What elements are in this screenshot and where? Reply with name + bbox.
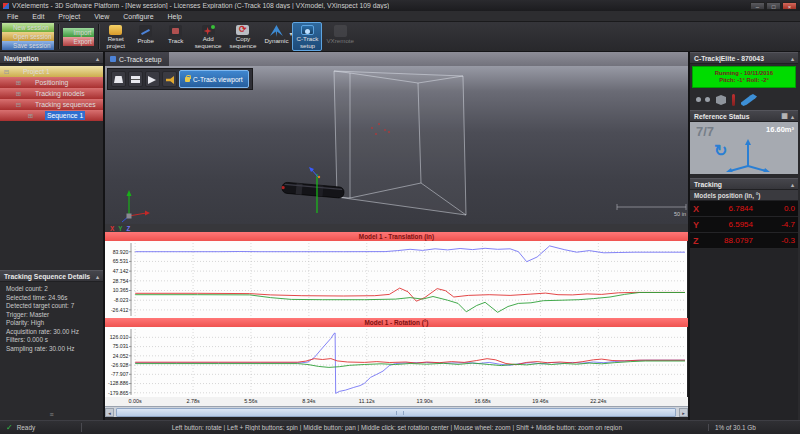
menu-item[interactable]: Edit <box>25 13 51 20</box>
reference-status-title: Reference Status <box>694 113 750 120</box>
io-button[interactable]: Export <box>63 37 94 46</box>
expander-icon[interactable]: ⊞ <box>27 112 34 120</box>
tree-item-label: Tracking sequences <box>33 100 98 109</box>
sequence-details-list: Model count: 2Selected time: 24.96sDetec… <box>0 282 103 353</box>
session-button[interactable]: Save session <box>2 41 54 50</box>
toolbar-button-label: VXremote <box>326 38 354 45</box>
toolbar-button-label: C-Track setup <box>297 36 319 49</box>
maximize-button[interactable]: □ <box>766 2 781 10</box>
toolbar-button-icon <box>236 25 249 35</box>
navigation-panel: Navigation ▴ ⊟ Project 1 ⊞ Positionin <box>0 52 105 420</box>
viewport-tab-bar: C-Track setup <box>105 52 688 66</box>
collapse-icon[interactable]: ▴ <box>791 113 794 120</box>
expander-icon[interactable]: ⊟ <box>3 68 10 76</box>
menu-item[interactable]: File <box>0 13 25 20</box>
session-button[interactable]: Open session <box>2 32 54 41</box>
menu-item[interactable]: View <box>87 13 116 20</box>
show-laser-button[interactable] <box>145 71 160 87</box>
tracker-status-line1: Running - 10/11/2016 <box>715 70 773 78</box>
rotation-value: -0.3 <box>763 236 795 245</box>
tree-item-icon <box>24 79 31 86</box>
tree-item[interactable]: ⊟ Project 1 <box>0 66 103 77</box>
x-axis-tick-label: 8.34s <box>296 398 322 404</box>
navigation-title: Navigation <box>4 55 39 62</box>
minimize-button[interactable]: – <box>750 2 765 10</box>
toolbar-button-icon <box>202 25 215 35</box>
tracking-header[interactable]: Tracking ▴ <box>690 178 798 190</box>
3d-viewport[interactable]: 50 in C-Track viewport <box>105 66 688 224</box>
toolbar-button-icon <box>169 25 182 37</box>
panel-resize-handle[interactable]: ≡ <box>0 410 103 420</box>
session-button-label: Save session <box>13 42 50 49</box>
toolbar-button[interactable]: Reset project <box>101 22 131 51</box>
grid-icon[interactable]: ▦ <box>781 112 788 120</box>
rotation-chart[interactable]: 126.01075.03124.052-26.928-77.907-128.88… <box>105 327 687 397</box>
position-value: 6.5954 <box>705 220 763 229</box>
svg-text:47.142: 47.142 <box>113 268 129 274</box>
show-volume-button[interactable] <box>111 71 126 87</box>
temperature-icon[interactable] <box>732 94 735 106</box>
title-bar: VXelements - 3D Software Platform - [New… <box>0 0 800 11</box>
tree-item[interactable]: ⊞ Sequence 1 <box>0 110 103 121</box>
scroll-right-arrow[interactable]: ▸ <box>679 408 688 417</box>
toolbar-button[interactable]: C-Track setup <box>292 22 322 51</box>
targets-icon[interactable] <box>716 95 726 105</box>
svg-text:-26.412: -26.412 <box>111 307 129 313</box>
toolbar-button[interactable]: Track <box>161 22 191 51</box>
session-button-label: New session <box>13 24 49 31</box>
tree-item[interactable]: ⊞ Tracking models <box>0 88 103 99</box>
chart-scrollbar[interactable]: ◂ ▸ <box>105 406 688 417</box>
expander-icon[interactable]: ⊟ <box>15 101 22 109</box>
show-light-button[interactable] <box>162 71 177 87</box>
close-button[interactable]: × <box>782 2 797 10</box>
collapse-icon[interactable]: ▴ <box>96 55 99 62</box>
navigation-header[interactable]: Navigation ▴ <box>0 52 103 64</box>
sequence-detail-row: Filters: 0.000 s <box>6 336 103 345</box>
translation-chart[interactable]: 83.92065.53147.14228.75410.365-8.023-26.… <box>105 241 687 318</box>
models-position-title: Models position (in, °) <box>694 192 760 199</box>
reference-status-box: 7/7 16.60m³ ↻ <box>690 122 798 174</box>
toolbar-button[interactable]: Probe <box>131 22 161 51</box>
reference-status-header[interactable]: Reference Status ▦ ▴ <box>690 110 798 122</box>
tree-item[interactable]: ⊟ Tracking sequences <box>0 99 103 110</box>
models-position-header[interactable]: Models position (in, °) <box>690 190 798 201</box>
tree-item-label: Positioning <box>33 78 70 87</box>
toolbar-button[interactable]: Copy sequence <box>226 22 261 51</box>
ctrack-panel-header[interactable]: C-Track|Elite - 870043 ▴ <box>690 52 798 64</box>
tree-item[interactable]: ⊞ Positioning <box>0 77 103 88</box>
svg-text:24.052: 24.052 <box>113 353 129 359</box>
toolbar-button[interactable]: VXremote <box>322 22 358 51</box>
x-axis-tick-label: 2.78s <box>180 398 206 404</box>
menu-item[interactable]: Configure <box>116 13 160 20</box>
collapse-icon[interactable]: ▴ <box>791 55 794 62</box>
center-area: C-Track setup <box>105 52 688 420</box>
scrollbar-thumb[interactable] <box>116 408 676 417</box>
tab-ctrack-setup[interactable]: C-Track setup <box>105 52 169 66</box>
expander-icon[interactable]: ⊞ <box>15 79 22 87</box>
sequence-details-header[interactable]: Tracking Sequence Details ▴ <box>0 270 103 282</box>
collapse-icon[interactable]: ▴ <box>791 181 794 188</box>
io-button[interactable]: Import <box>63 28 94 37</box>
io-button-label: Import <box>74 29 92 36</box>
show-plane-button[interactable] <box>128 71 143 87</box>
toolbar-button-icon <box>270 25 283 37</box>
world-origin-triad <box>122 190 150 222</box>
sensors-icon[interactable] <box>696 95 710 105</box>
collapse-icon[interactable]: ▴ <box>96 273 99 280</box>
menu-item[interactable]: Help <box>161 13 189 20</box>
expander-icon[interactable]: ⊞ <box>15 90 22 98</box>
sequence-details-title: Tracking Sequence Details <box>4 273 90 280</box>
toolbar-button[interactable]: Add sequence <box>191 22 226 51</box>
tools-icon[interactable] <box>741 94 757 106</box>
sequence-detail-row: Acquisition rate: 30.00 Hz <box>6 328 103 337</box>
ctrack-viewport-button[interactable]: C-Track viewport <box>179 70 249 88</box>
reference-volume: 16.60m³ <box>766 125 794 134</box>
tree-item-icon <box>24 90 31 97</box>
ready-check-icon: ✓ <box>6 423 13 432</box>
menu-item[interactable]: Project <box>51 13 87 20</box>
session-button[interactable]: New session <box>2 23 54 32</box>
scroll-left-arrow[interactable]: ◂ <box>105 408 114 417</box>
ctrack-device[interactable] <box>281 182 344 198</box>
session-button-group: New session Open session Save session <box>0 22 56 51</box>
toolbar-button[interactable]: Dynamic ▾ <box>260 22 292 51</box>
